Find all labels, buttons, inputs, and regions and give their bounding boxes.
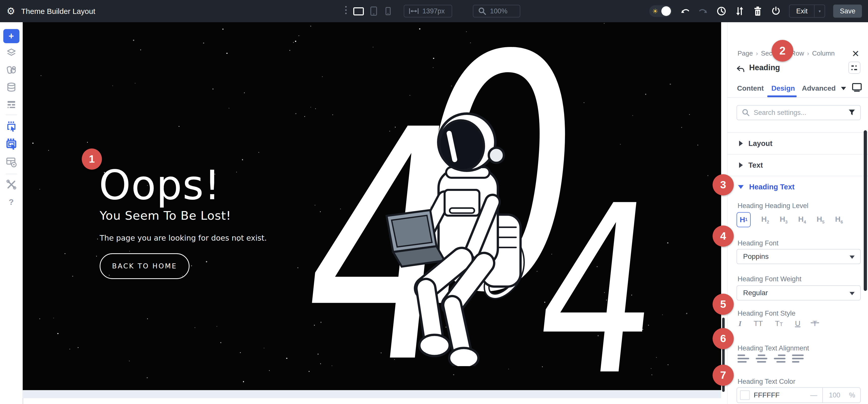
save-button[interactable]: Save xyxy=(833,4,862,18)
breadcrumb-separator: › xyxy=(807,50,809,57)
align-justify-button[interactable] xyxy=(792,354,804,363)
design-presets-icon[interactable] xyxy=(6,65,17,76)
smallcaps-style-button[interactable]: TT xyxy=(775,319,783,328)
zoom-magnifier-icon xyxy=(478,7,487,16)
color-swatch[interactable] xyxy=(740,391,750,400)
section-label: Text xyxy=(748,161,763,169)
settings-gear-icon[interactable]: ⚙ xyxy=(6,5,15,17)
module-settings-panel: Page› Section› Row› Column ✕ Heading Con… xyxy=(727,22,868,404)
heading-level-h6[interactable]: H6 xyxy=(835,215,843,225)
help-icon[interactable]: ? xyxy=(9,198,14,207)
settings-search[interactable] xyxy=(737,105,861,120)
viewport-width-input[interactable]: 1397px xyxy=(404,5,452,18)
toolbar-title: Theme Builder Layout xyxy=(21,7,95,16)
page-white-area xyxy=(23,398,721,404)
preview-body-text[interactable]: The page you are looking for does not ex… xyxy=(100,234,267,242)
expand-modal-icon[interactable] xyxy=(848,62,861,74)
align-left-button[interactable] xyxy=(738,354,749,363)
dropdown-caret-icon xyxy=(849,292,855,295)
heading-level-h5[interactable]: H5 xyxy=(816,215,824,225)
heading-font-select[interactable]: Poppins xyxy=(737,249,861,264)
align-center-button[interactable] xyxy=(756,354,767,363)
back-arrow-icon[interactable] xyxy=(737,65,745,74)
annotation-badge-5: 5 xyxy=(713,294,734,315)
tabs-divider xyxy=(727,97,868,98)
sidebar-divider xyxy=(6,174,17,174)
filter-funnel-icon[interactable] xyxy=(848,109,856,116)
color-opacity-value[interactable]: 100 xyxy=(829,392,840,399)
annotation-badge-6: 6 xyxy=(713,328,734,349)
heading-font-value: Poppins xyxy=(743,253,769,261)
exit-button[interactable]: Exit xyxy=(789,7,814,15)
responsive-caret-icon[interactable] xyxy=(841,87,846,90)
layers-icon[interactable] xyxy=(6,48,17,59)
heading-font-weight-value: Regular xyxy=(743,289,768,297)
tab-design[interactable]: Design xyxy=(771,84,795,92)
settings-search-input[interactable] xyxy=(754,109,848,117)
drag-handle-icon[interactable] xyxy=(345,6,347,16)
heading-font-weight-select[interactable]: Regular xyxy=(737,285,861,300)
delete-trash-button[interactable] xyxy=(753,6,763,16)
color-opacity-unit: % xyxy=(849,392,855,399)
heading-text-color-control[interactable]: FFFFFF — 100 % xyxy=(737,387,861,403)
underline-style-button[interactable]: U xyxy=(795,319,801,328)
panel-scrollbar-thumb[interactable] xyxy=(864,130,867,291)
heading-level-h4[interactable]: H4 xyxy=(798,215,806,225)
undo-button[interactable] xyxy=(680,6,690,16)
tablet-view-button[interactable] xyxy=(370,6,377,16)
add-module-button[interactable]: + xyxy=(3,29,20,43)
heading-level-h2[interactable]: H2 xyxy=(761,215,769,225)
section-toggle-text[interactable]: Text xyxy=(727,154,868,176)
heading-font-style-label: Heading Font Style xyxy=(738,310,796,317)
section-toggle-heading-text[interactable]: Heading Text xyxy=(727,176,868,198)
expanded-triangle-icon xyxy=(738,185,744,189)
uppercase-style-button[interactable]: TT xyxy=(754,319,763,328)
redo-button[interactable] xyxy=(698,6,708,16)
annotation-badge-3: 3 xyxy=(713,174,734,196)
section-label: Layout xyxy=(748,139,772,148)
section-toggle-layout[interactable]: Layout xyxy=(727,132,868,154)
page-interaction-icon[interactable] xyxy=(6,121,17,133)
light-dark-toggle[interactable]: ☀ xyxy=(649,5,672,17)
preview-heading[interactable]: Oops! xyxy=(99,162,221,209)
breadcrumb-page[interactable]: Page xyxy=(738,50,753,57)
italic-style-button[interactable]: I xyxy=(739,319,742,328)
annotation-badge-4: 4 xyxy=(713,226,734,247)
align-right-button[interactable] xyxy=(774,354,785,363)
heading-level-h3[interactable]: H3 xyxy=(780,215,787,225)
annotation-badge-1: 1 xyxy=(82,148,102,170)
toolbar-right-group: ☀ xyxy=(649,0,862,22)
desktop-responsive-icon[interactable] xyxy=(851,83,862,93)
zoom-level-input[interactable]: 100% xyxy=(473,5,520,18)
width-drag-icon xyxy=(409,7,419,15)
active-tab-underline xyxy=(767,95,797,97)
preview-subheading[interactable]: You Seem To Be Lost! xyxy=(100,208,231,223)
heading-level-h1[interactable]: H1 xyxy=(737,212,751,227)
tab-content[interactable]: Content xyxy=(737,84,764,92)
strikethrough-style-button[interactable]: T xyxy=(812,319,817,328)
module-title: Heading xyxy=(749,63,780,72)
tab-advanced[interactable]: Advanced xyxy=(802,84,836,92)
back-to-home-button[interactable]: BACK TO HOME xyxy=(100,253,189,279)
breadcrumb-column[interactable]: Column xyxy=(812,50,835,57)
page-interaction-active-icon[interactable] xyxy=(5,138,17,151)
sun-icon: ☀ xyxy=(652,7,658,15)
database-icon[interactable] xyxy=(6,82,17,93)
close-panel-icon[interactable]: ✕ xyxy=(852,49,860,59)
portability-power-button[interactable] xyxy=(771,6,781,16)
sort-layers-button[interactable] xyxy=(735,6,745,16)
search-icon xyxy=(742,108,750,117)
color-divider xyxy=(822,388,823,403)
wireframe-list-icon[interactable] xyxy=(6,99,17,111)
color-hex-value[interactable]: FFFFFF xyxy=(754,391,780,399)
exit-button-group: Exit ▾ xyxy=(789,4,825,18)
phone-view-button[interactable] xyxy=(385,7,391,15)
builder-left-sidebar: + xyxy=(0,22,23,404)
history-button[interactable] xyxy=(716,6,726,16)
exit-dropdown-caret[interactable]: ▾ xyxy=(814,9,825,13)
zoom-level-value: 100% xyxy=(490,7,507,15)
breadcrumb-separator: › xyxy=(756,50,758,57)
desktop-view-button[interactable] xyxy=(353,7,364,16)
table-settings-icon[interactable] xyxy=(5,156,17,169)
tools-icon[interactable] xyxy=(6,179,17,191)
